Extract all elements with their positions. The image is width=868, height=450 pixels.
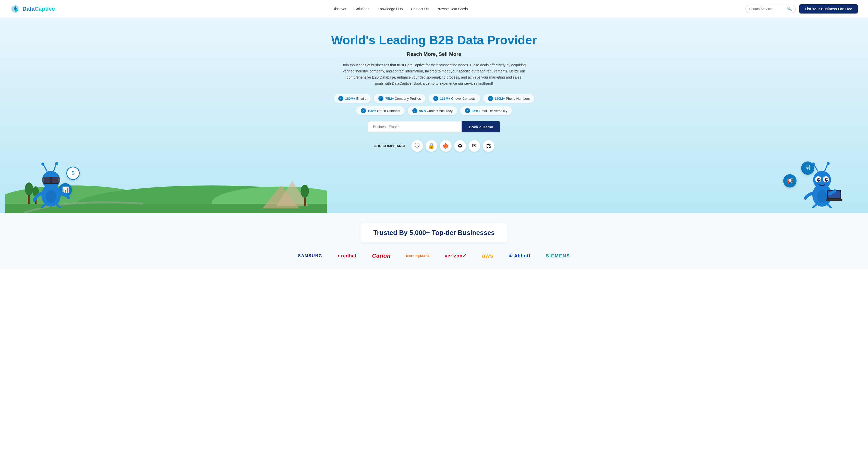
compliance-badge: 🔒 — [426, 140, 437, 152]
svg-rect-40 — [826, 199, 842, 201]
search-input[interactable] — [749, 7, 785, 11]
compliance-badges: 🛡🔒🍁♻✉⚖ — [411, 140, 495, 152]
list-business-button[interactable]: List Your Business For Free — [799, 4, 858, 13]
main-nav: DiscoverSolutionsKnowledge HubContact Us… — [333, 7, 468, 11]
nav-item[interactable]: Discover — [333, 7, 346, 11]
stat-badge: ✓95% Contact Accuracy — [408, 106, 457, 115]
hero-subtitle: Reach More, Sell More — [5, 51, 863, 57]
trusted-section: Trusted By 5,000+ Top-tier Businesses SA… — [0, 213, 868, 269]
svg-point-41 — [817, 190, 827, 203]
svg-line-21 — [43, 165, 47, 172]
svg-point-33 — [826, 179, 828, 180]
trusted-box: Trusted By 5,000+ Top-tier Businesses — [361, 223, 507, 243]
compliance-badge: ♻ — [454, 140, 466, 152]
check-icon: ✓ — [338, 96, 343, 101]
nav-item[interactable]: Knowledge Hub — [378, 7, 403, 11]
svg-point-22 — [41, 162, 44, 166]
compliance-badge: ✉ — [468, 140, 480, 152]
trusted-title: Trusted By 5,000+ Top-tier Businesses — [373, 229, 495, 237]
brand-logo: ≋ Abbott — [509, 253, 530, 259]
search-button[interactable]: 🔍 — [787, 7, 792, 11]
stat-badge: ✓180M+ Emails — [334, 94, 371, 103]
check-icon: ✓ — [488, 96, 493, 101]
brand-logos: SAMSUNG• redhatCanonMorningStar®verizon✓… — [15, 253, 853, 259]
ant-right — [802, 157, 842, 208]
svg-point-13 — [301, 185, 309, 198]
brand-logo: MorningStar® — [406, 254, 430, 258]
email-form: Book a Demo — [368, 121, 500, 132]
hero-landscape: $ 📊 🗄 📢 — [5, 157, 863, 213]
svg-point-24 — [55, 162, 58, 165]
compliance-row: OUR COMPLIANCE 🛡🔒🍁♻✉⚖ — [5, 140, 863, 152]
stats-row-top: ✓180M+ Emails✓75M+ Company Profiles✓133M… — [5, 94, 863, 103]
compliance-badge: ⚖ — [483, 140, 495, 152]
brand-logo: aws — [482, 253, 494, 259]
hero-title: World's Leading B2B Data Provider — [5, 33, 863, 47]
ant-left — [31, 157, 71, 208]
check-icon: ✓ — [378, 96, 383, 101]
svg-point-37 — [827, 162, 830, 165]
stat-badge: ✓100% Opt-in Contacts — [356, 106, 405, 115]
svg-point-32 — [818, 179, 820, 180]
search-box[interactable]: 🔍 — [745, 5, 796, 13]
stat-badge: ✓130M+ Phone Numbers — [483, 94, 535, 103]
svg-rect-19 — [42, 178, 44, 182]
check-icon: ✓ — [433, 96, 438, 101]
svg-line-23 — [54, 164, 56, 171]
site-header: DataCaptive DiscoverSolutionsKnowledge H… — [0, 0, 868, 18]
stat-badge: ✓75M+ Company Profiles — [374, 94, 425, 103]
svg-point-25 — [46, 190, 56, 203]
logo[interactable]: DataCaptive — [10, 4, 55, 14]
svg-rect-17 — [43, 177, 51, 183]
svg-rect-18 — [52, 177, 59, 183]
speaker-floating-icon: 📢 — [783, 174, 797, 188]
brand-logo: verizon✓ — [445, 253, 467, 259]
brand-logo: Canon — [372, 253, 391, 259]
nav-item[interactable]: Solutions — [354, 7, 369, 11]
svg-line-36 — [825, 164, 828, 171]
brand-logo: SAMSUNG — [298, 254, 322, 258]
svg-point-35 — [812, 162, 815, 166]
svg-rect-20 — [58, 178, 60, 182]
nav-item[interactable]: Contact Us — [411, 7, 429, 11]
hero-description: Join thousands of businesses that trust … — [342, 62, 526, 87]
check-icon: ✓ — [465, 108, 470, 113]
stats-row-bottom: ✓100% Opt-in Contacts✓95% Contact Accura… — [5, 106, 863, 115]
compliance-label: OUR COMPLIANCE — [373, 144, 406, 148]
check-icon: ✓ — [361, 108, 366, 113]
header-actions: 🔍 List Your Business For Free — [745, 4, 858, 13]
brand-logo: • redhat — [338, 253, 356, 259]
stat-badge: ✓133M+ C-level Contacts — [429, 94, 480, 103]
check-icon: ✓ — [412, 108, 417, 113]
demo-button[interactable]: Book a Demo — [462, 121, 500, 132]
email-input[interactable] — [368, 121, 462, 132]
svg-line-34 — [814, 165, 818, 172]
logo-wordmark: DataCaptive — [23, 6, 55, 12]
compliance-badge: 🛡 — [411, 140, 423, 152]
stat-badge: ✓85% Email Deliverability — [460, 106, 512, 115]
compliance-badge: 🍁 — [440, 140, 452, 152]
hero-section: World's Leading B2B Data Provider Reach … — [0, 18, 868, 213]
brand-logo: SIEMENS — [546, 253, 570, 259]
nav-item[interactable]: Browse Data Cards — [437, 7, 468, 11]
